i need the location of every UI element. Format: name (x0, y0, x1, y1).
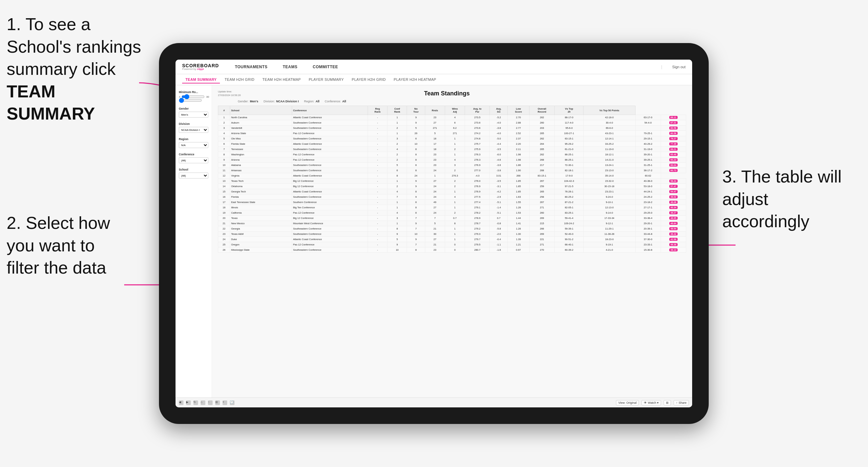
cell-2-11: 203 (529, 126, 555, 131)
cell-20-15: 46.84 (661, 221, 686, 226)
bookmark-icon[interactable]: ⊞ (215, 400, 220, 405)
cell-11-11: 83-15-1 (529, 173, 555, 179)
forward-icon[interactable]: ▶ (186, 400, 191, 405)
table-row: 8WashingtonPac-12 Conference-28231276.3-… (218, 152, 686, 157)
cell-20-0: 21 (218, 221, 230, 226)
cell-16-10: 1.55 (508, 200, 529, 205)
sub-nav: TEAM SUMMARY TEAM H2H GRID TEAM H2H HEAT… (176, 74, 692, 86)
division-select[interactable]: NCAA Division I NCAA Division II NCAA Di… (179, 127, 208, 133)
nav-tournaments[interactable]: TOURNAMENTS (232, 63, 270, 70)
cell-19-11: 269 (529, 216, 555, 221)
cell-9-6: 23 (425, 163, 445, 168)
cell-24-4: 9 (388, 242, 407, 247)
cell-6-12: 61-21-0 (555, 147, 584, 152)
cell-7-1: Washington (230, 152, 292, 157)
table-row: 25OregonPac-12 Conference-97210279.5-1.1… (218, 242, 686, 247)
cell-18-12: 83-25-1 (555, 210, 584, 216)
cell-1-13: 30-4-0 (584, 120, 636, 126)
cell-15-8: 277.5 (465, 194, 490, 200)
cell-14-7: 1 (445, 189, 465, 194)
cell-13-13: 30-15-18 (584, 184, 636, 189)
cell-22-7: 1 (445, 231, 465, 237)
cell-21-5: 7 (407, 226, 425, 231)
copy-btn[interactable]: ⊞ (664, 400, 671, 405)
gender-select[interactable]: Men's Women's (179, 112, 208, 118)
cell-17-0: 18 (218, 205, 230, 210)
instruction-2: 2. Select how you want to filter the dat… (7, 212, 110, 279)
refresh-icon[interactable]: ↻ (193, 400, 198, 405)
cell-21-8: 279.2 (465, 226, 490, 231)
subnav-player-h2h-heatmap[interactable]: PLAYER H2H HEATMAP (391, 76, 439, 83)
table-row: 14OklahomaBig 12 Conference-29242276.9-3… (218, 184, 686, 189)
cell-7-13: 18-12-1 (584, 152, 636, 157)
school-select[interactable]: (All) (179, 173, 208, 179)
cell-23-2: Atlantic Coast Conference (292, 237, 368, 242)
filter-minimum-round: Minimum Ro... 4 30 (179, 90, 208, 102)
subnav-team-h2h-grid[interactable]: TEAM H2H GRID (221, 76, 258, 83)
cell-9-11: 217 (529, 163, 555, 168)
cell-17-10: 1.28 (508, 205, 529, 210)
cell-0-14: 63-17-0 (635, 115, 661, 120)
table-row: 1North CarolinaAtlantic Coast Conference… (218, 115, 686, 120)
cell-3-3: - (368, 131, 387, 136)
region-select[interactable]: N/A All (179, 142, 208, 148)
cell-14-2: Atlantic Coast Conference (292, 189, 368, 194)
home-icon[interactable]: ⌂ (201, 400, 205, 405)
cell-25-12: 60-39-2 (555, 247, 584, 253)
filter-division: Division NCAA Division I NCAA Division I… (179, 122, 208, 133)
sign-out-link[interactable]: Sign out (672, 65, 685, 69)
subnav-team-h2h-heatmap[interactable]: TEAM H2H HEATMAP (259, 76, 304, 83)
cell-21-7: 1 (445, 226, 465, 231)
cell-20-8: 278.7 (465, 221, 490, 226)
cell-5-10: 2.20 (508, 142, 529, 147)
cell-0-8: 273.5 (465, 115, 490, 120)
cell-16-1: East Tennessee State (230, 200, 292, 205)
range-slider-2[interactable] (179, 99, 202, 102)
cell-12-7: 2 (445, 179, 465, 184)
back-icon[interactable]: ◀ (179, 400, 183, 405)
pill-region: Region: All (304, 100, 319, 103)
cell-10-13: 23-13-0 (584, 168, 636, 173)
cell-6-10: 2.11 (508, 147, 529, 152)
cell-20-9: -0.8 (490, 221, 508, 226)
share-btn[interactable]: ↑ Share (674, 400, 689, 405)
cell-1-10: 2.88 (508, 120, 529, 126)
cell-4-6: 18 (425, 136, 445, 142)
cell-8-2: Pac-12 Conference (292, 157, 368, 163)
cell-14-10: 1.85 (508, 189, 529, 194)
table-row: 26Mississippi StateSoutheastern Conferen… (218, 247, 686, 253)
cell-18-15: 48.27 (661, 210, 686, 216)
cell-11-8: -4.0 (465, 173, 490, 179)
cell-14-12: 76-26-1 (555, 189, 584, 194)
cell-13-12: 97-21-5 (555, 184, 584, 189)
subnav-player-summary[interactable]: PLAYER SUMMARY (305, 76, 347, 83)
cell-4-10: 2.37 (508, 136, 529, 142)
cell-16-6: 49 (425, 200, 445, 205)
conference-select[interactable]: (All) (179, 157, 208, 163)
watch-btn[interactable]: 👁 Watch ▾ (642, 400, 661, 405)
nav-teams[interactable]: TEAMS (280, 63, 300, 70)
pill-conference: Conference: All (324, 100, 346, 103)
table-row: 13Texas TechBig 12 Conference-19272276.0… (218, 179, 686, 184)
subnav-player-h2h-grid[interactable]: PLAYER H2H GRID (348, 76, 389, 83)
nav-committee[interactable]: COMMITTEE (310, 63, 341, 70)
table-header-row: Update time: 27/03/2024 16:56:26 Team St… (218, 90, 686, 97)
clock-icon[interactable]: 🕐 (230, 400, 235, 405)
add-tab-icon[interactable]: + (222, 400, 227, 405)
cell-25-13: 4-21-0 (584, 247, 636, 253)
subnav-team-summary[interactable]: TEAM SUMMARY (182, 76, 220, 84)
view-original-btn[interactable]: View: Original (616, 400, 639, 405)
cell-4-2: Southeastern Conference (292, 136, 368, 142)
cell-15-7: 4 (445, 194, 465, 200)
cell-23-15: 42.98 (661, 237, 686, 242)
cell-10-5: 8 (407, 168, 425, 173)
table-row: 6Florida StateAtlantic Coast Conference-… (218, 142, 686, 147)
cell-23-3: - (368, 237, 387, 242)
cell-19-0: 20 (218, 216, 230, 221)
cell-10-1: Arkansas (230, 168, 292, 173)
cell-1-11: 260 (529, 120, 555, 126)
filter-school-label: School (179, 168, 208, 171)
table-header: # School Conference RegRank ConfRank NoT… (218, 106, 686, 115)
share-icon-bottom[interactable]: ↑ (208, 400, 213, 405)
cell-1-5: 9 (407, 120, 425, 126)
